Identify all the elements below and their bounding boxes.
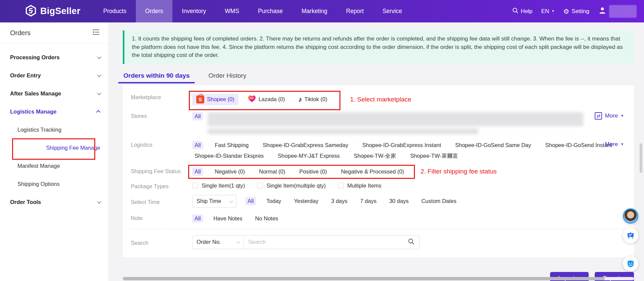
marketplace-label: Marketplace: [131, 92, 192, 100]
fee-status-option-normal[interactable]: Normal (0): [257, 167, 287, 176]
logistics-option[interactable]: Shopee-ID-GoSend Same Day: [453, 141, 534, 149]
help-button[interactable]: Help: [512, 7, 533, 15]
logistics-option[interactable]: Shopee-ID-GrabExpress Sameday: [260, 141, 351, 149]
nav-item-inventory[interactable]: Inventory: [172, 0, 215, 22]
setting-button[interactable]: ⚙ Setting: [563, 7, 589, 15]
note-option-no-notes[interactable]: No Notes: [253, 214, 281, 223]
time-option-today[interactable]: Today: [264, 197, 283, 205]
time-option-all[interactable]: All: [245, 197, 256, 205]
nav-item-report[interactable]: Report: [337, 0, 373, 22]
logistics-option[interactable]: Shopee-TW-萊爾富: [408, 151, 461, 161]
note-option-have-notes[interactable]: Have Notes: [211, 214, 245, 223]
language-label: EN: [541, 8, 549, 15]
nav-item-wms[interactable]: WMS: [215, 0, 249, 22]
collapse-sidebar-icon[interactable]: [92, 29, 100, 37]
logistics-option[interactable]: Shopee-ID-GrabExpress Instant: [360, 141, 443, 149]
search-input[interactable]: [244, 239, 408, 245]
info-banner-text: 1. It counts the shipping fees of comple…: [132, 36, 623, 58]
tiktok-icon: ♪: [299, 95, 302, 103]
sidebar-item-logistics-tracking[interactable]: Logistics Tracking: [0, 121, 108, 139]
fee-status-option-positive[interactable]: Positive (0): [297, 167, 329, 176]
chevron-down-icon: ▼: [551, 10, 554, 13]
marketplace-option-lazada[interactable]: Laz Lazada (0): [244, 93, 289, 106]
blurred-store-names: [208, 112, 583, 126]
package-type-single-item-multiple-qty[interactable]: Single Item(multiple qty): [257, 183, 326, 189]
sidebar-item-processing-orders[interactable]: Processing Orders: [0, 48, 108, 66]
language-selector[interactable]: EN ▼: [541, 8, 555, 15]
search-label: Search: [131, 238, 192, 246]
nav-item-purchase[interactable]: Purchase: [249, 0, 292, 22]
user-account[interactable]: [598, 5, 637, 18]
sidebar-item-manifest-manage[interactable]: Manifest Manage: [0, 157, 108, 175]
time-option-yesterday[interactable]: Yesterday: [291, 197, 321, 205]
time-option-30-days[interactable]: 30 days: [387, 197, 411, 205]
checkbox-icon[interactable]: [257, 183, 263, 189]
sidebar-item-logistics-manage[interactable]: Logistics Manage: [0, 102, 108, 121]
chevron-down-icon: [97, 199, 102, 204]
checkbox-icon[interactable]: [338, 183, 344, 189]
fee-status-option-negative[interactable]: Negative (0): [212, 167, 247, 176]
tab-orders-within-90-days[interactable]: Orders within 90 days: [123, 72, 190, 83]
logistics-option[interactable]: All: [192, 141, 203, 149]
nav-item-marketing[interactable]: Marketing: [292, 0, 337, 22]
magnifier-icon[interactable]: [408, 238, 415, 246]
setting-label: Setting: [572, 8, 589, 15]
stores-label: Stores: [131, 111, 192, 119]
package-type-multiple-items[interactable]: Multiple Items: [338, 183, 381, 189]
lazada-icon: Laz: [248, 95, 256, 104]
search-control: Order No.: [192, 235, 420, 249]
sidebar-item-order-entry[interactable]: Order Entry: [0, 66, 108, 84]
horizontal-scrollbar-track[interactable]: [123, 277, 634, 280]
logistics-option[interactable]: Shopee-ID-Standar Ekspres: [192, 152, 266, 160]
time-option-custom-dates[interactable]: Custom Dates: [419, 197, 459, 205]
brand-name: BigSeller: [40, 6, 80, 16]
customer-service-avatar[interactable]: [623, 208, 638, 224]
nav-item-service[interactable]: Service: [373, 0, 411, 22]
transfer-icon: ⇄: [595, 112, 602, 120]
logistics-option[interactable]: Shopee-MY-J&T Express: [275, 152, 342, 160]
marketplace-option-shopee[interactable]: S Shopee (0): [192, 94, 238, 105]
tab-order-history[interactable]: Order History: [208, 72, 246, 83]
top-navbar: BigSeller Products Orders Inventory WMS …: [0, 0, 644, 22]
fee-status-option-all[interactable]: All: [192, 167, 203, 176]
svg-text:Laz: Laz: [250, 96, 254, 99]
bigseller-logo-icon: [25, 5, 37, 18]
logistics-option[interactable]: Shopee-ID-GoSend Instant: [543, 141, 614, 149]
nav-item-orders[interactable]: Orders: [136, 0, 172, 22]
chevron-down-icon: [97, 55, 102, 59]
sidebar-item-after-sales-manage[interactable]: After Sales Manage: [0, 84, 108, 102]
main-nav: Products Orders Inventory WMS Purchase M…: [94, 0, 412, 22]
logistics-more-button[interactable]: More ▼: [605, 141, 624, 148]
time-option-3-days[interactable]: 3 days: [329, 197, 350, 205]
sidebar-item-order-tools[interactable]: Order Tools: [0, 193, 108, 211]
sidebar-item-shipping-options[interactable]: Shipping Options: [0, 175, 108, 193]
marketplace-option-tiktok[interactable]: ♪ Tiktok (0): [294, 94, 331, 105]
time-option-7-days[interactable]: 7 days: [358, 197, 379, 205]
caret-down-icon: ▼: [621, 142, 624, 146]
nav-item-products[interactable]: Products: [94, 0, 136, 22]
stores-more-button[interactable]: ⇄ More ▼: [595, 112, 624, 120]
package-type-single-item-1qty[interactable]: Single Item(1 qty): [192, 183, 245, 189]
search-type-dropdown[interactable]: Order No.: [193, 235, 244, 249]
logistics-option[interactable]: Fast Shipping: [212, 141, 251, 149]
horizontal-scrollbar-handle[interactable]: [123, 277, 605, 280]
user-icon: [598, 6, 607, 16]
checkbox-icon[interactable]: [192, 183, 198, 189]
order-tabs: Orders within 90 days Order History: [123, 72, 634, 83]
logistics-label: Logistics: [131, 140, 192, 148]
shopee-icon: S: [196, 95, 204, 103]
select-time-label: Select Time: [131, 197, 192, 205]
vertical-scrollbar-handle[interactable]: [640, 143, 642, 173]
annotation-filter-fee-status: 2. Filter shipping fee status: [421, 168, 497, 175]
logistics-option[interactable]: Shopee-TW-全家: [352, 151, 398, 161]
announcement-board-icon[interactable]: [623, 228, 638, 243]
time-type-dropdown[interactable]: Ship Time: [192, 195, 236, 208]
fee-status-option-negative-processed[interactable]: Negative & Processed (0): [339, 167, 407, 176]
brand-logo[interactable]: BigSeller: [0, 0, 94, 22]
main-content: 1. It counts the shipping fees of comple…: [109, 22, 644, 281]
stores-option-all[interactable]: All: [192, 112, 203, 121]
note-option-all[interactable]: All: [192, 214, 203, 223]
sidebar-item-shipping-fee-manage[interactable]: Shipping Fee Manage: [0, 139, 108, 157]
chevron-up-icon: [96, 110, 101, 114]
feedback-smiley-icon[interactable]: [623, 256, 638, 271]
